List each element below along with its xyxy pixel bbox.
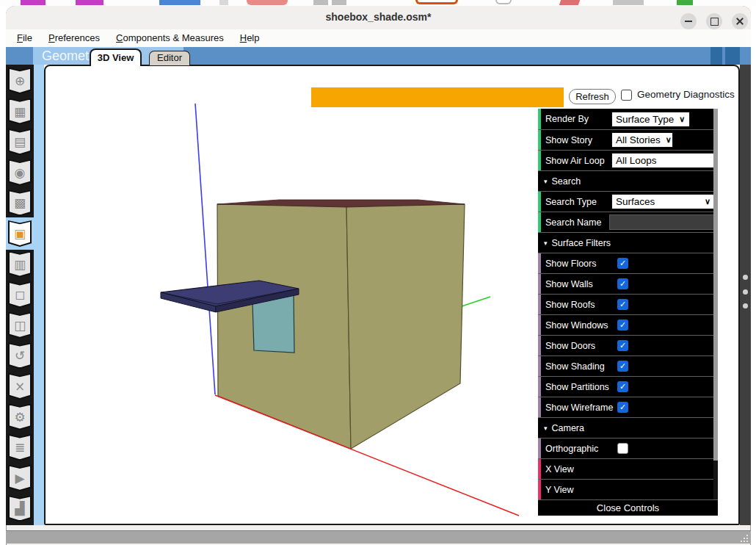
search-type-select[interactable]: Surfaces∨ [611, 194, 715, 209]
row-accent-stripe [538, 212, 541, 232]
tabbar-segment [710, 47, 722, 65]
refresh-button[interactable]: Refresh [569, 89, 616, 104]
sidebar-item-hvac-systems[interactable]: ↺ [8, 342, 32, 369]
chevron-down-icon: ∨ [666, 135, 672, 145]
row-accent-stripe [538, 315, 541, 335]
sidebar-item-constructions[interactable]: ▤ [8, 129, 32, 155]
camera-label: Camera [552, 423, 584, 433]
background-app-icon [677, 0, 693, 5]
background-app-icon [76, 0, 103, 5]
loads-icon: ◉ [8, 159, 32, 186]
sidebar-item-facility[interactable]: ▥ [8, 251, 32, 278]
background-app-icon [415, 0, 458, 4]
maximize-button[interactable] [706, 13, 722, 29]
show-partitions-checkbox[interactable]: ✓ [617, 381, 628, 392]
sidebar-item-simulation-settings[interactable]: ⚙ [8, 404, 32, 430]
panel-scrollbar-thumb[interactable] [713, 109, 718, 461]
row-x-view[interactable]: X View [538, 458, 718, 479]
show-floors-checkbox[interactable]: ✓ [617, 258, 628, 269]
background-app-icon [495, 0, 512, 4]
sidebar-item-schedules[interactable]: ▦ [8, 98, 32, 125]
show-windows-checkbox[interactable]: ✓ [617, 320, 628, 331]
show-walls-checkbox[interactable]: ✓ [617, 278, 628, 289]
right-panel-splitter[interactable] [740, 65, 751, 525]
row-render-by: Render BySurface Type∨ [538, 109, 718, 129]
row-accent-stripe [538, 480, 541, 499]
show-air-loop-label: Show Air Loop [545, 156, 605, 166]
panel-scrollbar[interactable] [713, 109, 718, 516]
sidebar-item-run-simulation[interactable]: ▶ [8, 465, 32, 491]
row-accent-stripe [538, 253, 541, 273]
menu-components-measures[interactable]: Components & Measures [108, 29, 232, 47]
show-roofs-checkbox[interactable]: ✓ [617, 299, 628, 310]
show-doors-checkbox[interactable]: ✓ [617, 340, 628, 351]
show-wireframe-checkbox[interactable]: ✓ [617, 402, 628, 413]
render-by-select[interactable]: Surface Type∨ [611, 112, 690, 127]
search-name-input[interactable] [609, 214, 714, 230]
orthographic-checkbox[interactable] [617, 443, 628, 454]
right-wall[interactable] [346, 204, 465, 449]
row-show-shading: Show Shading✓ [538, 355, 718, 376]
sidebar-item-geometry[interactable]: ▣ [8, 220, 32, 247]
row-show-walls: Show Walls✓ [538, 273, 718, 294]
sidebar-item-measures[interactable]: ≣ [8, 434, 32, 461]
section-collapse-icon[interactable]: ▾ [544, 239, 548, 247]
row-show-wireframe: Show Wireframe✓ [538, 397, 718, 417]
sidebar-item-thermal-zones[interactable]: ◫ [8, 312, 32, 339]
chevron-down-icon: ∨ [705, 197, 710, 206]
screen: shoebox_shade.osm* FilePreferencesCompon… [0, 0, 756, 545]
background-app-icon [332, 0, 346, 5]
render-by-value: Surface Type [616, 114, 674, 125]
menu-help[interactable]: Help [232, 29, 268, 47]
tabbar-segment [725, 47, 740, 65]
row-show-air-loop: Show Air LoopAll Loops [538, 150, 718, 170]
sidebar-item-output-variables[interactable]: × [8, 373, 32, 400]
background-app-icon [559, 0, 581, 5]
show-walls-label: Show Walls [545, 279, 593, 289]
thermal-zones-icon: ◫ [8, 312, 32, 339]
titlebar: shoebox_shade.osm* [6, 6, 751, 29]
window-title: shoebox_shade.osm* [6, 11, 751, 23]
render-progress-bar [311, 87, 564, 107]
measures-icon: ≣ [8, 434, 32, 461]
row-y-view[interactable]: Y View [538, 479, 718, 499]
background-app-icon [313, 0, 328, 5]
close-controls-button[interactable]: Close Controls [538, 499, 718, 516]
show-floors-label: Show Floors [545, 259, 596, 269]
sidebar-item-loads[interactable]: ◉ [8, 159, 32, 186]
row-show-partitions: Show Partitions✓ [538, 376, 718, 397]
geometry-diagnostics-checkbox[interactable] [621, 90, 632, 101]
close-button[interactable] [732, 13, 748, 29]
tab-editor[interactable]: Editor [149, 51, 190, 65]
constructions-icon: ▤ [8, 129, 32, 155]
show-shading-checkbox[interactable]: ✓ [617, 361, 628, 372]
y-view-label: Y View [545, 485, 573, 495]
sidebar-accent-strip [34, 65, 44, 525]
sidebar-item-space-types[interactable]: ▩ [8, 190, 32, 216]
section-collapse-icon[interactable]: ▾ [544, 178, 548, 185]
sidebar-item-spaces[interactable]: ◻ [8, 281, 32, 308]
sidebar-item-results-summary[interactable]: ▟ [8, 495, 32, 521]
menu-file[interactable]: File [9, 29, 40, 47]
show-story-select[interactable]: All Stories∨ [611, 132, 673, 148]
chevron-down-icon: ∨ [679, 115, 685, 124]
surface-filters-label: Surface Filters [552, 238, 611, 248]
tab-3d-view[interactable]: 3D View [90, 48, 142, 66]
resize-grip[interactable] [738, 533, 748, 542]
hvac-systems-icon: ↺ [8, 342, 32, 369]
row-orthographic: Orthographic [538, 438, 718, 458]
show-air-loop-select[interactable]: All Loops [611, 153, 715, 168]
schedules-icon: ▦ [8, 98, 32, 125]
background-app-icon [247, 0, 288, 5]
tab-3d-view-label: 3D View [98, 52, 134, 63]
show-story-label: Show Story [545, 135, 592, 145]
row-show-roofs: Show Roofs✓ [538, 294, 718, 314]
render-by-label: Render By [545, 114, 589, 124]
site-icon: ⊕ [8, 68, 32, 94]
sidebar-item-site[interactable]: ⊕ [8, 68, 32, 94]
geometry-icon: ▣ [8, 220, 32, 247]
minimize-button[interactable] [680, 13, 697, 29]
row-show-doors: Show Doors✓ [538, 335, 718, 355]
menu-preferences[interactable]: Preferences [40, 29, 108, 47]
section-collapse-icon[interactable]: ▾ [544, 425, 548, 432]
